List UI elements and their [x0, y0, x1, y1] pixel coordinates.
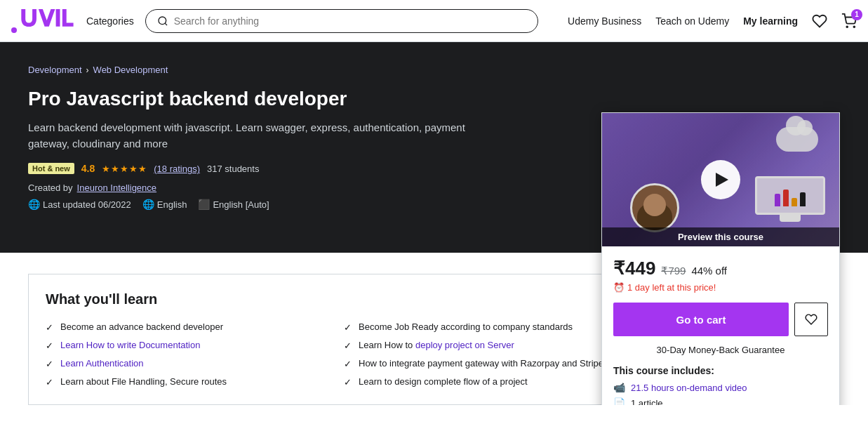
cart-badge: 1 [851, 9, 862, 20]
course-card-body: ₹449 ₹799 44% off ⏰ 1 day left at this p… [602, 246, 839, 405]
learn-item-text-4: Learn How to deploy project on Server [359, 340, 514, 350]
check-icon-8: ✓ [344, 377, 352, 387]
learn-grid: ✓ Become an advance backend developer ✓ … [46, 321, 614, 387]
heart-icon [812, 13, 827, 29]
info-row: 🌐 Last updated 06/2022 🌐 English ⬛ Engli… [28, 199, 632, 210]
globe-icon: 🌐 [28, 199, 40, 210]
learn-item-7: ✓ Learn about File Handling, Secure rout… [46, 376, 316, 387]
caption-item: ⬛ English [Auto] [198, 199, 269, 210]
cart-icon-btn[interactable]: 1 [841, 13, 857, 29]
rating-score: 4.8 [81, 163, 95, 174]
learn-item-text-8: Learn to design complete flow of a proje… [359, 376, 528, 387]
breadcrumb-separator: › [86, 65, 89, 75]
hot-new-badge: Hot & new [28, 163, 74, 174]
course-title: Pro Javascript backend developer [28, 86, 632, 112]
check-icon-7: ✓ [46, 377, 53, 387]
udemy-business-link[interactable]: Udemy Business [568, 15, 641, 27]
learn-item-6: ✓ How to integrate payment gateway with … [344, 358, 614, 369]
wishlist-button[interactable] [794, 303, 828, 336]
price-current: ₹449 [613, 258, 655, 279]
article-icon: 📄 [613, 397, 625, 405]
preview-label: Preview this course [602, 227, 839, 246]
price-original: ₹799 [661, 265, 686, 277]
learn-item-1: ✓ Become an advance backend developer [46, 321, 316, 333]
hero-wrapper: Development › Web Development Pro Javasc… [0, 42, 868, 253]
svg-line-2 [165, 23, 167, 25]
breadcrumb-development[interactable]: Development [28, 65, 82, 75]
guarantee-text: 30-Day Money-Back Guarantee [613, 345, 828, 355]
breadcrumb-web-development[interactable]: Web Development [93, 65, 168, 75]
my-learning-link[interactable]: My learning [743, 15, 798, 27]
cart-row: Go to cart [613, 303, 828, 336]
learn-link-5[interactable]: Learn Authentication [60, 358, 144, 369]
includes-list: 📹 21.5 hours on-demand video 📄 1 article… [613, 382, 828, 405]
learn-item-text-3: Learn How to write Documentation [60, 340, 200, 350]
check-icon-4: ✓ [344, 340, 352, 351]
student-count: 317 students [207, 164, 259, 174]
learn-item-text-7: Learn about File Handling, Secure routes [60, 376, 227, 387]
caption-text: English [Auto] [213, 199, 269, 210]
star-rating: ★ ★ ★ ★ ★ [102, 164, 147, 174]
svg-point-0 [11, 27, 17, 33]
play-icon [716, 173, 728, 187]
check-icon-2: ✓ [344, 322, 352, 333]
rating-count[interactable]: (18 ratings) [154, 164, 200, 174]
svg-point-1 [159, 17, 166, 25]
time-warning-text: 1 day left at this price! [627, 282, 716, 293]
learn-title: What you'll learn [46, 291, 614, 307]
check-icon-6: ✓ [344, 359, 352, 369]
creator-link[interactable]: Ineuron Intelligence [77, 183, 156, 193]
learn-item-text-2: Become Job Ready according to company st… [359, 321, 573, 332]
logo[interactable] [11, 9, 75, 33]
price-row: ₹449 ₹799 44% off [613, 258, 828, 279]
last-updated: 🌐 Last updated 06/2022 [28, 199, 131, 210]
learn-item-2: ✓ Become Job Ready according to company … [344, 321, 614, 333]
play-button[interactable] [602, 113, 839, 246]
last-updated-text: Last updated 06/2022 [43, 199, 131, 210]
price-discount: 44% off [691, 265, 727, 277]
meta-row: Created by Ineuron Intelligence [28, 183, 632, 193]
created-by-label: Created by [28, 183, 73, 193]
video-icon: 📹 [613, 382, 625, 393]
navbar: Categories Udemy Business Teach on Udemy… [0, 0, 868, 42]
caption-icon: ⬛ [198, 199, 210, 210]
includes-article-text: 1 article [631, 398, 663, 406]
alarm-icon: ⏰ [613, 282, 625, 293]
play-circle [701, 160, 740, 199]
hero-section: Development › Web Development Pro Javasc… [0, 42, 868, 253]
learn-item-text-1: Become an advance backend developer [60, 321, 223, 332]
svg-point-3 [846, 26, 848, 27]
includes-title: This course includes: [613, 365, 828, 376]
check-icon-3: ✓ [46, 340, 53, 351]
learn-link-3[interactable]: Learn How to write Documentation [60, 340, 200, 350]
svg-point-4 [853, 26, 855, 27]
categories-link[interactable]: Categories [84, 15, 137, 27]
language-text: English [157, 199, 187, 210]
teach-on-udemy-link[interactable]: Teach on Udemy [655, 15, 729, 27]
learn-section: What you'll learn ✓ Become an advance ba… [28, 274, 632, 405]
course-thumbnail: Preview this course [602, 113, 839, 246]
search-bar[interactable] [145, 9, 538, 33]
includes-item-video: 📹 21.5 hours on-demand video [613, 382, 828, 393]
learn-item-4: ✓ Learn How to deploy project on Server [344, 340, 614, 351]
learn-item-5: ✓ Learn Authentication [46, 358, 316, 369]
search-input[interactable] [174, 15, 526, 27]
hero-content: Development › Web Development Pro Javasc… [28, 65, 632, 230]
time-warning: ⏰ 1 day left at this price! [613, 282, 828, 293]
heart-icon-small [805, 313, 817, 326]
go-to-cart-button[interactable]: Go to cart [613, 303, 789, 336]
breadcrumb: Development › Web Development [28, 65, 632, 75]
learn-item-8: ✓ Learn to design complete flow of a pro… [344, 376, 614, 387]
wishlist-icon-btn[interactable] [812, 13, 827, 29]
check-icon-1: ✓ [46, 322, 53, 333]
navbar-right: Udemy Business Teach on Udemy My learnin… [568, 13, 857, 29]
course-description: Learn backend development with javascrip… [28, 120, 484, 152]
language-icon: 🌐 [142, 199, 154, 210]
rating-row: Hot & new 4.8 ★ ★ ★ ★ ★ (18 ratings) 317… [28, 163, 632, 174]
course-card: Preview this course ₹449 ₹799 44% off ⏰ … [601, 112, 840, 405]
learn-link-4[interactable]: deploy project on Server [415, 340, 514, 350]
learn-item-text-6: How to integrate payment gateway with Ra… [359, 358, 603, 369]
includes-item-article: 📄 1 article [613, 397, 828, 405]
learn-item-text-5: Learn Authentication [60, 358, 144, 369]
check-icon-5: ✓ [46, 359, 53, 369]
